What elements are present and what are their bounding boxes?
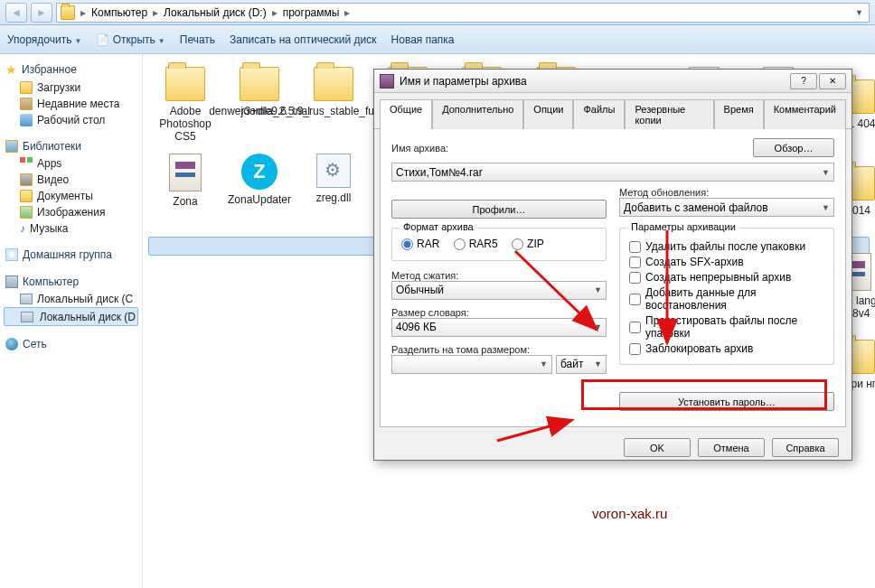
tab-general: Имя архива: Обзор… Стихи,Том№4.rar▼ Проф… xyxy=(380,129,846,427)
organize-menu[interactable]: Упорядочить▼ xyxy=(7,33,81,46)
breadcrumb-root[interactable]: Компьютер xyxy=(91,6,147,19)
help-button[interactable]: Справка xyxy=(772,438,839,457)
address-bar: ◄ ► ▸ Компьютер ▸ Локальный диск (D:) ▸ … xyxy=(0,0,875,25)
folder-icon xyxy=(61,5,75,20)
command-bar: Упорядочить▼ 📄 Открыть▼ Печать Записать … xyxy=(0,25,875,54)
nav-network[interactable]: Сеть xyxy=(4,335,138,353)
zona-icon: Z xyxy=(241,154,278,190)
nav-item-video[interactable]: Видео xyxy=(4,172,138,188)
dictionary-label: Размер словаря: xyxy=(391,307,607,318)
nav-computer-header[interactable]: Компьютер xyxy=(4,273,138,291)
breadcrumb[interactable]: ▸ Компьютер ▸ Локальный диск (D:) ▸ прог… xyxy=(56,3,870,23)
browse-button[interactable]: Обзор… xyxy=(753,138,834,157)
params-group-label: Параметры архивации xyxy=(627,221,739,232)
apps-icon xyxy=(20,157,33,170)
nav-favorites-header[interactable]: ★Избранное xyxy=(4,60,138,79)
tab-3[interactable]: Файлы xyxy=(573,99,625,129)
music-icon: ♪ xyxy=(20,222,25,235)
nav-item-recent[interactable]: Недавние места xyxy=(4,96,138,112)
hdd-icon xyxy=(21,312,33,322)
format-zip-radio[interactable]: ZIP xyxy=(512,238,544,250)
downloads-icon xyxy=(20,81,33,94)
video-icon xyxy=(20,173,33,186)
breadcrumb-drive[interactable]: Локальный диск (D:) xyxy=(164,6,267,19)
opt-lock[interactable]: Заблокировать архив xyxy=(629,342,824,355)
tab-5[interactable]: Время xyxy=(714,99,764,129)
tab-1[interactable]: Дополнительно xyxy=(432,99,523,129)
update-method-label: Метод обновления: xyxy=(619,187,834,198)
dll-icon xyxy=(316,154,351,188)
file-item[interactable]: ZZonaUpdater xyxy=(222,150,296,237)
cancel-button[interactable]: Отмена xyxy=(698,438,765,457)
tab-0[interactable]: Общие xyxy=(380,99,432,129)
nav-item-drive-c[interactable]: Локальный диск (C xyxy=(4,291,138,307)
file-item[interactable]: zreg.dll xyxy=(296,150,371,237)
newfolder-button[interactable]: Новая папка xyxy=(391,33,455,46)
file-label: Zona xyxy=(173,195,197,208)
tab-4[interactable]: Резервные копии xyxy=(625,99,713,129)
nav-item-documents[interactable]: Документы xyxy=(4,188,138,204)
network-icon xyxy=(5,338,18,350)
split-unit-select[interactable]: байт▼ xyxy=(556,355,607,374)
dialog-buttons: OK Отмена Справка xyxy=(374,433,851,464)
update-method-select[interactable]: Добавить с заменой файлов▼ xyxy=(619,198,834,217)
archive-dialog: Имя и параметры архива ? ✕ ОбщиеДополнит… xyxy=(373,69,852,461)
archive-name-field[interactable]: Стихи,Том№4.rar▼ xyxy=(391,163,834,182)
nav-back-button[interactable]: ◄ xyxy=(5,3,27,23)
nav-forward-button[interactable]: ► xyxy=(31,3,52,23)
dialog-title: Имя и параметры архива xyxy=(400,75,785,88)
format-rar-radio[interactable]: RAR xyxy=(401,238,439,250)
folder-icon xyxy=(240,67,279,101)
pictures-icon xyxy=(20,206,33,219)
documents-icon xyxy=(20,190,33,202)
annotation-highlight xyxy=(581,379,827,410)
rar-icon xyxy=(169,154,202,191)
tab-2[interactable]: Опции xyxy=(523,99,573,129)
help-button[interactable]: ? xyxy=(790,73,817,89)
breadcrumb-folder[interactable]: программы xyxy=(283,6,340,19)
print-button[interactable]: Печать xyxy=(180,33,215,46)
opt-solid[interactable]: Создать непрерывный архив xyxy=(629,271,824,284)
star-icon: ★ xyxy=(5,62,17,77)
split-size-field[interactable]: ▼ xyxy=(391,355,552,374)
nav-homegroup[interactable]: Домашняя группа xyxy=(4,246,138,264)
opt-delete-after[interactable]: Удалить файлы после упаковки xyxy=(629,240,824,253)
file-label: zreg.dll xyxy=(316,191,352,204)
file-item[interactable]: Zona xyxy=(148,150,222,237)
dialog-titlebar[interactable]: Имя и параметры архива ? ✕ xyxy=(374,70,851,93)
ok-button[interactable]: OK xyxy=(624,438,691,457)
nav-libraries-header[interactable]: Библиотеки xyxy=(4,137,138,155)
open-menu[interactable]: 📄 Открыть▼ xyxy=(96,33,165,46)
file-label: ZonaUpdater xyxy=(228,193,291,206)
nav-pane: ★Избранное Загрузки Недавние места Рабоч… xyxy=(0,54,143,588)
archive-name-label: Имя архива: xyxy=(391,143,746,154)
opt-test[interactable]: Протестировать файлы после упаковки xyxy=(629,314,824,340)
hdd-icon xyxy=(20,294,33,304)
opt-sfx[interactable]: Создать SFX-архив xyxy=(629,256,824,268)
opt-recovery[interactable]: Добавить данные для восстановления xyxy=(629,286,824,312)
dictionary-select[interactable]: 4096 КБ▼ xyxy=(391,318,607,337)
desktop-icon xyxy=(20,114,33,126)
watermark: voron-xak.ru xyxy=(592,506,667,521)
tab-6[interactable]: Комментарий xyxy=(764,99,846,129)
libraries-icon xyxy=(5,140,18,153)
nav-item-downloads[interactable]: Загрузки xyxy=(4,79,138,96)
recent-icon xyxy=(20,98,33,110)
profiles-button[interactable]: Профили… xyxy=(391,200,607,219)
format-rar5-radio[interactable]: RAR5 xyxy=(454,238,498,250)
burn-button[interactable]: Записать на оптический диск xyxy=(230,33,377,46)
compression-select[interactable]: Обычный▼ xyxy=(391,281,607,300)
nav-item-desktop[interactable]: Рабочий стол xyxy=(4,112,138,128)
nav-item-pictures[interactable]: Изображения xyxy=(4,204,138,220)
file-item[interactable]: joomla_2.5.9_rus_stable_full_package xyxy=(296,63,371,150)
winrar-icon xyxy=(380,74,394,89)
computer-icon xyxy=(5,275,18,288)
nav-item-drive-d[interactable]: Локальный диск (D xyxy=(4,307,138,326)
compression-label: Метод сжатия: xyxy=(391,270,607,281)
nav-item-music[interactable]: ♪Музыка xyxy=(4,220,138,237)
format-group-label: Формат архива xyxy=(400,221,477,232)
close-button[interactable]: ✕ xyxy=(819,73,846,89)
homegroup-icon xyxy=(5,248,18,261)
folder-icon xyxy=(165,67,205,101)
nav-item-apps[interactable]: Apps xyxy=(4,155,138,172)
